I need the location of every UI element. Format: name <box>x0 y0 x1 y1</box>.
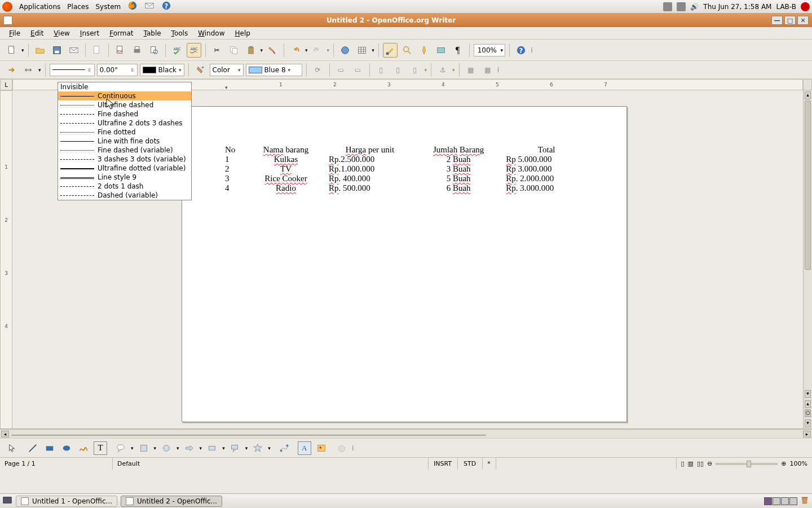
workspace-switcher[interactable] <box>764 497 797 505</box>
line-style-option[interactable]: Ultrafine 2 dots 3 dashes <box>58 119 191 128</box>
firefox-icon[interactable] <box>127 1 138 12</box>
line-style-option[interactable]: 3 dashes 3 dots (variable) <box>58 155 191 164</box>
copy-button[interactable] <box>227 43 241 58</box>
line-style-option[interactable]: Line with fine dots <box>58 137 191 146</box>
insert-mode[interactable]: INSRT <box>429 458 458 470</box>
align1-button[interactable]: ▯ <box>374 63 389 77</box>
window-titlebar[interactable]: Untitled 2 - OpenOffice.org Writer — □ ✕ <box>0 14 812 27</box>
session-label[interactable]: LAB-B <box>776 3 796 11</box>
zoom-combo[interactable]: 100%▾ <box>474 44 505 56</box>
arrowheads-right-button[interactable] <box>21 63 36 77</box>
volume-icon[interactable]: 🔊 <box>690 3 699 11</box>
block-arrows-tool[interactable] <box>183 441 196 455</box>
to-front-button[interactable]: ▭ <box>334 63 348 77</box>
clock[interactable]: Thu Jun 27, 1:58 AM <box>703 3 771 11</box>
zoom-slider[interactable] <box>716 463 778 465</box>
symbol-shapes-tool[interactable] <box>160 441 173 455</box>
zoom-percent[interactable]: 100% <box>790 460 807 467</box>
line-style-option[interactable]: Fine dotted <box>58 128 191 137</box>
edit-button[interactable] <box>90 43 104 58</box>
table-button[interactable] <box>355 43 369 58</box>
tray-icon-2[interactable] <box>677 2 686 11</box>
nav-select-button[interactable]: ○ <box>805 409 811 417</box>
print-button[interactable] <box>130 43 144 58</box>
hscroll-thumb[interactable] <box>11 435 486 436</box>
ubuntu-logo-icon[interactable] <box>2 2 12 12</box>
undo-button[interactable] <box>288 43 303 58</box>
line-tool[interactable] <box>26 441 39 455</box>
menu-view[interactable]: View <box>49 28 74 38</box>
anchor-button[interactable]: ⚓ <box>435 63 450 77</box>
line-style-option[interactable]: Ultrafine dashed <box>58 100 191 110</box>
text-tool[interactable]: T <box>94 441 107 455</box>
rotate-button[interactable]: ⟳ <box>311 63 325 77</box>
gallery-button[interactable] <box>434 43 448 58</box>
save-button[interactable] <box>50 43 64 58</box>
menu-file[interactable]: File <box>5 28 25 38</box>
menu-format[interactable]: Format <box>105 28 138 38</box>
fill-color-combo[interactable]: Blue 8▾ <box>246 64 302 76</box>
menu-window[interactable]: Window <box>193 28 229 38</box>
points-tool[interactable] <box>277 441 291 455</box>
line-style-combo[interactable]: ⇳ <box>50 64 95 76</box>
zoom-out-button[interactable]: ⊖ <box>707 460 712 467</box>
taskbar-item[interactable]: Untitled 1 - OpenOffic... <box>16 496 117 507</box>
maximize-button[interactable]: □ <box>784 16 796 25</box>
line-style-dropdown[interactable]: InvisibleContinuousUltrafine dashedFine … <box>58 82 192 200</box>
freeform-tool[interactable] <box>77 441 90 455</box>
extrusion-tool[interactable] <box>335 441 348 455</box>
style-indicator[interactable]: Default <box>113 458 429 470</box>
line-style-option[interactable]: 2 dots 1 dash <box>58 182 191 191</box>
autospell-button[interactable]: ABC <box>187 43 201 58</box>
callout-tool[interactable] <box>114 441 127 455</box>
vertical-ruler[interactable]: 1234 <box>0 90 12 429</box>
callouts-tool[interactable] <box>228 441 242 455</box>
group-button[interactable]: ▦ <box>480 63 495 77</box>
menu-tools[interactable]: Tools <box>167 28 193 38</box>
nonprinting-button[interactable]: ¶ <box>451 43 465 58</box>
scroll-right-button[interactable]: ▸ <box>803 431 811 437</box>
menu-edit[interactable]: Edit <box>26 28 48 38</box>
paste-button[interactable] <box>244 43 258 58</box>
to-back-button[interactable]: ▭ <box>351 63 365 77</box>
minimize-button[interactable]: — <box>771 16 783 25</box>
format-paintbrush-button[interactable] <box>265 43 280 58</box>
line-style-option-invisible[interactable]: Invisible <box>58 82 191 91</box>
horizontal-scrollbar[interactable]: ◂ ▸ <box>0 429 812 438</box>
document-table[interactable]: NoNama barangHarga per unitJumlah Barang… <box>223 145 589 193</box>
rectangle-tool[interactable] <box>43 441 56 455</box>
next-page-button[interactable]: ▾ <box>805 419 811 427</box>
scroll-left-button[interactable]: ◂ <box>1 431 9 437</box>
from-file-tool[interactable] <box>315 441 328 455</box>
show-draw-button[interactable] <box>383 43 398 58</box>
redo-button[interactable] <box>310 43 325 58</box>
line-style-option[interactable]: Fine dashed (variable) <box>58 146 191 155</box>
scroll-thumb[interactable] <box>805 100 811 270</box>
align2-button[interactable]: ▯ <box>391 63 405 77</box>
scroll-down-button[interactable]: ▾ <box>805 390 811 398</box>
help-icon[interactable]: ? <box>161 1 171 12</box>
menu-table[interactable]: Table <box>139 28 166 38</box>
line-color-combo[interactable]: Black▾ <box>140 64 184 76</box>
hyperlink-button[interactable] <box>338 43 352 58</box>
fontwork-tool[interactable]: A <box>298 441 311 455</box>
email-button[interactable] <box>67 43 81 58</box>
find-button[interactable] <box>400 43 414 58</box>
line-style-option[interactable]: Fine dashed <box>58 110 191 119</box>
view-single-button[interactable]: ▯ <box>681 460 685 467</box>
export-pdf-button[interactable]: PDF <box>113 43 127 58</box>
new-button[interactable] <box>5 43 19 58</box>
zoom-in-button[interactable]: ⊕ <box>781 460 786 467</box>
area-button[interactable] <box>193 63 208 77</box>
scroll-up-button[interactable]: ▴ <box>805 91 811 99</box>
fill-type-combo[interactable]: Color▾ <box>210 64 244 76</box>
trash-icon[interactable] <box>800 495 810 507</box>
line-style-option[interactable]: Line style 9 <box>58 173 191 182</box>
ellipse-tool[interactable] <box>60 441 73 455</box>
mail-icon[interactable] <box>144 1 155 12</box>
tray-icon-1[interactable] <box>663 2 672 11</box>
view-book-button[interactable]: ▯▯ <box>697 460 704 467</box>
navigator-button[interactable] <box>417 43 431 58</box>
prev-page-button[interactable]: ▴ <box>805 400 811 408</box>
gnome-menu-places[interactable]: Places <box>67 3 89 11</box>
